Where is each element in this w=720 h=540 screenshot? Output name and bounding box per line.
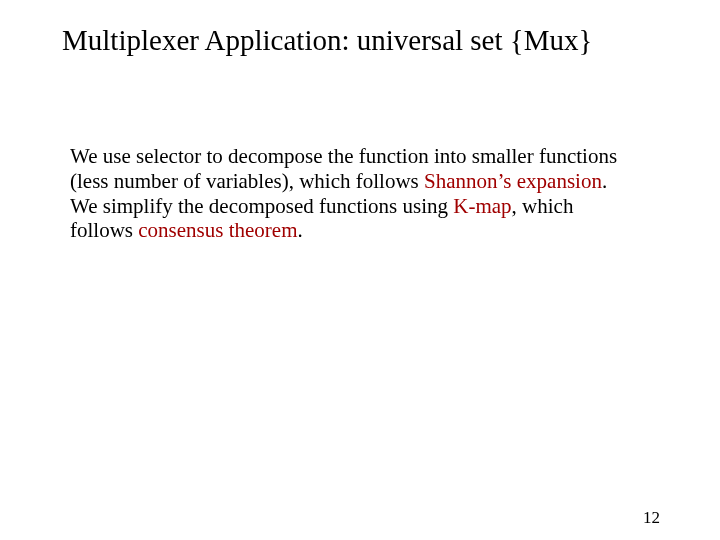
kmap-term: K-map <box>453 194 511 218</box>
body-seg-3: We simplify the decomposed functions usi… <box>70 194 453 218</box>
slide: Multiplexer Application: universal set {… <box>0 0 720 540</box>
body-seg-2: . <box>602 169 607 193</box>
shannon-term: Shannon’s expansion <box>424 169 602 193</box>
consensus-term: consensus theorem <box>138 218 297 242</box>
body-text: We use selector to decompose the functio… <box>70 144 630 243</box>
slide-title: Multiplexer Application: universal set {… <box>62 24 680 57</box>
page-number: 12 <box>643 508 660 528</box>
body-seg-5: . <box>297 218 302 242</box>
